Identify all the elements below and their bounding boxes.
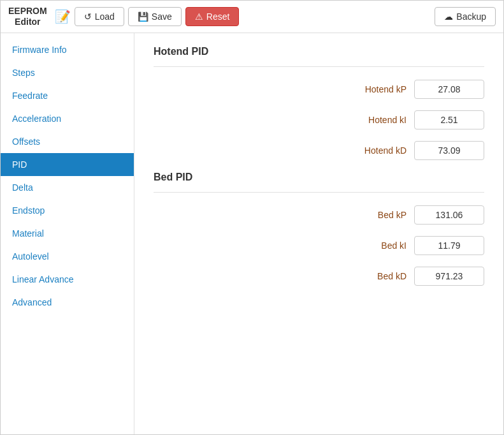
sidebar-item-material[interactable]: Material <box>1 222 134 245</box>
save-icon: 💾 <box>138 11 148 22</box>
hotend-ki-label: Hotend kI <box>343 115 407 125</box>
save-button[interactable]: 💾 Save <box>128 7 182 26</box>
sidebar-item-steps[interactable]: Steps <box>1 61 134 84</box>
bed-pid-title: Bed PID <box>154 172 484 183</box>
backup-button[interactable]: ☁ Backup <box>435 7 496 26</box>
hotend-kd-input[interactable] <box>414 141 484 160</box>
hotend-kp-input[interactable] <box>414 80 484 99</box>
app-container: EEPROM Editor 📝 ↺ Load 💾 Save ⚠ Reset ☁ … <box>0 0 504 435</box>
hotend-ki-group: Hotend kI <box>154 110 484 129</box>
toolbar: EEPROM Editor 📝 ↺ Load 💾 Save ⚠ Reset ☁ … <box>1 1 503 33</box>
reset-button[interactable]: ⚠ Reset <box>185 7 240 26</box>
reset-icon: ⚠ <box>195 11 203 22</box>
content-area: Hotend PID Hotend kP Hotend kI Hotend kD… <box>134 33 503 434</box>
bed-kd-label: Bed kD <box>343 271 407 281</box>
load-button[interactable]: ↺ Load <box>75 7 124 26</box>
bed-ki-group: Bed kI <box>154 236 484 255</box>
bed-ki-label: Bed kI <box>343 240 407 251</box>
sidebar-item-endstop[interactable]: Endstop <box>1 199 134 222</box>
bed-kp-label: Bed kP <box>343 210 407 220</box>
sidebar-item-feedrate[interactable]: Feedrate <box>1 84 134 107</box>
sidebar-item-firmware-info[interactable]: Firmware Info <box>1 38 134 61</box>
sidebar: Firmware InfoStepsFeedrateAccelerationOf… <box>1 33 134 434</box>
load-icon: ↺ <box>84 11 92 22</box>
toolbar-right: ☁ Backup <box>435 7 496 26</box>
hotend-kp-group: Hotend kP <box>154 80 484 99</box>
bed-divider <box>154 192 484 193</box>
hotend-divider <box>154 66 484 67</box>
sidebar-item-autolevel[interactable]: Autolevel <box>1 245 134 268</box>
hotend-pid-section: Hotend PID Hotend kP Hotend kI Hotend kD <box>154 46 484 160</box>
app-title: EEPROM Editor <box>8 6 51 27</box>
backup-icon: ☁ <box>444 11 453 22</box>
edit-icon[interactable]: 📝 <box>55 9 71 24</box>
bed-kd-input[interactable] <box>414 267 484 286</box>
bed-kp-group: Bed kP <box>154 205 484 225</box>
sidebar-item-delta[interactable]: Delta <box>1 176 134 199</box>
hotend-pid-title: Hotend PID <box>154 46 484 57</box>
hotend-kd-group: Hotend kD <box>154 141 484 160</box>
hotend-ki-input[interactable] <box>414 110 484 129</box>
hotend-kp-label: Hotend kP <box>343 84 407 94</box>
sidebar-item-offsets[interactable]: Offsets <box>1 130 134 153</box>
sidebar-item-linear-advance[interactable]: Linear Advance <box>1 268 134 291</box>
main-content: Firmware InfoStepsFeedrateAccelerationOf… <box>1 33 503 434</box>
sidebar-item-pid[interactable]: PID <box>1 153 134 176</box>
bed-kd-group: Bed kD <box>154 267 484 286</box>
sidebar-item-advanced[interactable]: Advanced <box>1 291 134 314</box>
bed-pid-section: Bed PID Bed kP Bed kI Bed kD <box>154 172 484 286</box>
bed-kp-input[interactable] <box>414 205 484 225</box>
bed-ki-input[interactable] <box>414 236 484 255</box>
sidebar-item-acceleration[interactable]: Acceleration <box>1 107 134 130</box>
hotend-kd-label: Hotend kD <box>343 145 407 156</box>
